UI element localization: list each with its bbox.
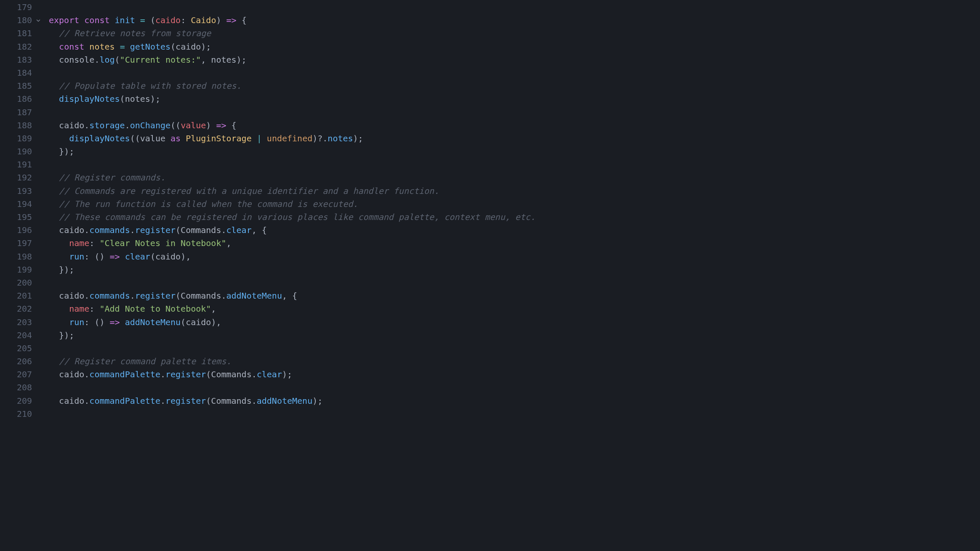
line-number[interactable]: 206 (0, 355, 32, 368)
code-token: : (181, 15, 186, 25)
code-line[interactable] (45, 106, 980, 119)
code-line[interactable]: // Register commands. (45, 171, 980, 184)
line-number[interactable]: 180 (0, 14, 32, 27)
code-line[interactable]: run: () => addNoteMenu(caido), (45, 316, 980, 329)
code-token: getNotes (130, 42, 170, 52)
code-line[interactable]: // Register command palette items. (45, 355, 980, 368)
code-token: . (160, 369, 165, 379)
line-number-gutter[interactable]: 1791801811821831841851861871881891901911… (0, 1, 45, 551)
line-number[interactable]: 210 (0, 408, 32, 421)
line-number[interactable]: 181 (0, 27, 32, 40)
code-token: ) (216, 15, 221, 25)
line-number[interactable]: 205 (0, 342, 32, 355)
line-number[interactable]: 203 (0, 316, 32, 329)
line-number[interactable]: 207 (0, 368, 32, 381)
code-token (49, 252, 69, 262)
line-number[interactable]: 190 (0, 145, 32, 158)
code-token (79, 15, 84, 25)
line-number[interactable]: 182 (0, 40, 32, 53)
code-line[interactable] (45, 66, 980, 79)
line-number[interactable]: 192 (0, 171, 32, 184)
code-line[interactable] (45, 158, 980, 171)
code-line[interactable]: // These commands can be registered in v… (45, 211, 980, 224)
code-line[interactable]: console.log("Current notes:", notes); (45, 53, 980, 66)
line-number[interactable]: 187 (0, 106, 32, 119)
code-line[interactable] (45, 381, 980, 394)
code-token (49, 120, 59, 130)
code-line[interactable]: caido.storage.onChange((value) => { (45, 119, 980, 132)
code-token: , { (282, 291, 297, 301)
code-token (49, 146, 59, 156)
code-line[interactable]: // Retrieve notes from storage (45, 27, 980, 40)
line-number[interactable]: 197 (0, 237, 32, 250)
line-number[interactable]: 204 (0, 329, 32, 342)
chevron-down-icon[interactable] (35, 17, 42, 24)
code-line[interactable]: // Commands are registered with a unique… (45, 185, 980, 198)
line-number[interactable]: 209 (0, 395, 32, 408)
code-token (252, 133, 257, 143)
code-line[interactable]: caido.commands.register(Commands.clear, … (45, 224, 980, 237)
code-token: ), (211, 317, 221, 327)
code-token: () (89, 317, 109, 327)
code-token: }); (59, 146, 74, 156)
code-token: commands (89, 225, 130, 235)
code-line[interactable]: // The run function is called when the c… (45, 198, 980, 211)
code-line[interactable]: name: "Add Note to Notebook", (45, 302, 980, 315)
code-line[interactable]: }); (45, 145, 980, 158)
code-editor[interactable]: 1791801811821831841851861871881891901911… (0, 0, 980, 551)
code-token: register (135, 291, 176, 301)
code-token: ( (181, 317, 186, 327)
code-line[interactable]: // Populate table with stored notes. (45, 79, 980, 93)
code-token (237, 15, 242, 25)
code-token: : (89, 304, 94, 314)
code-line[interactable]: }); (45, 263, 980, 276)
line-number[interactable]: 202 (0, 302, 32, 315)
code-line[interactable]: run: () => clear(caido), (45, 250, 980, 263)
code-token: caido (155, 15, 181, 25)
line-number[interactable]: 208 (0, 381, 32, 394)
line-number[interactable]: 186 (0, 93, 32, 106)
code-line[interactable] (45, 276, 980, 289)
code-line[interactable]: displayNotes((value as PluginStorage | u… (45, 132, 980, 145)
line-number[interactable]: 200 (0, 276, 32, 289)
code-token: )?. (312, 133, 328, 143)
code-line[interactable]: displayNotes(notes); (45, 93, 980, 106)
line-number[interactable]: 189 (0, 132, 32, 145)
line-number[interactable]: 183 (0, 53, 32, 66)
code-token (49, 28, 59, 38)
code-line[interactable]: export const init = (caido: Caido) => { (45, 14, 980, 27)
code-line[interactable]: caido.commands.register(Commands.addNote… (45, 289, 980, 302)
code-content[interactable]: export const init = (caido: Caido) => { … (45, 1, 980, 551)
code-token: . (130, 225, 135, 235)
code-line[interactable]: name: "Clear Notes in Notebook", (45, 237, 980, 250)
code-line[interactable]: }); (45, 329, 980, 342)
line-number[interactable]: 195 (0, 211, 32, 224)
line-number[interactable]: 179 (0, 1, 32, 14)
code-line[interactable]: caido.commandPalette.register(Commands.a… (45, 395, 980, 408)
code-token: // Register commands. (59, 172, 165, 183)
code-line[interactable] (45, 1, 980, 14)
line-number[interactable]: 199 (0, 263, 32, 276)
line-number[interactable]: 201 (0, 289, 32, 302)
line-number[interactable]: 188 (0, 119, 32, 132)
code-line[interactable] (45, 408, 980, 421)
line-number[interactable]: 196 (0, 224, 32, 237)
code-token (181, 133, 186, 143)
code-token (120, 317, 125, 327)
line-number[interactable]: 185 (0, 79, 32, 93)
code-line[interactable]: caido.commandPalette.register(Commands.c… (45, 368, 980, 381)
code-token: , { (252, 225, 267, 235)
code-line[interactable]: const notes = getNotes(caido); (45, 40, 980, 53)
line-number[interactable]: 184 (0, 66, 32, 79)
code-token: => (226, 15, 237, 25)
code-token: => (216, 120, 226, 130)
code-token: . (252, 396, 257, 406)
line-number[interactable]: 193 (0, 185, 32, 198)
code-token (110, 15, 115, 25)
code-token: , (201, 55, 211, 65)
line-number[interactable]: 191 (0, 158, 32, 171)
code-line[interactable] (45, 342, 980, 355)
line-number[interactable]: 194 (0, 198, 32, 211)
code-token (49, 94, 59, 104)
line-number[interactable]: 198 (0, 250, 32, 263)
